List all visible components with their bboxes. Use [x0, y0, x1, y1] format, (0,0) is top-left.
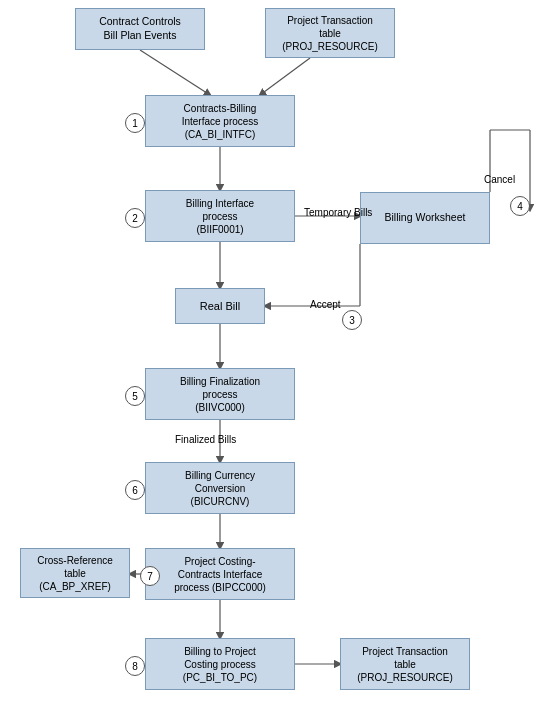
step-4-circle: 4 — [510, 196, 530, 216]
cancel-label: Cancel — [484, 174, 515, 185]
contracts-billing-box: Contracts-Billing Interface process (CA_… — [145, 95, 295, 147]
finalized-bills-label: Finalized Bills — [175, 434, 236, 445]
proj-transaction-bottom-box: Project Transaction table (PROJ_RESOURCE… — [340, 638, 470, 690]
billing-currency-box: Billing Currency Conversion (BICURCNV) — [145, 462, 295, 514]
diagram: Contract Controls Bill Plan Events Proje… — [0, 0, 550, 702]
billing-finalization-box: Billing Finalization process (BIIVC000) — [145, 368, 295, 420]
project-costing-box: Project Costing- Contracts Interface pro… — [145, 548, 295, 600]
step-5-circle: 5 — [125, 386, 145, 406]
step-6-circle: 6 — [125, 480, 145, 500]
proj-transaction-top-box: Project Transaction table (PROJ_RESOURCE… — [265, 8, 395, 58]
billing-to-project-box: Billing to Project Costing process (PC_B… — [145, 638, 295, 690]
step-2-circle: 2 — [125, 208, 145, 228]
step-3-circle: 3 — [342, 310, 362, 330]
step-7-circle: 7 — [140, 566, 160, 586]
real-bill-box: Real Bill — [175, 288, 265, 324]
billing-interface-box: Billing Interface process (BIIF0001) — [145, 190, 295, 242]
accept-label: Accept — [310, 299, 341, 310]
step-8-circle: 8 — [125, 656, 145, 676]
svg-line-1 — [260, 58, 310, 95]
billing-worksheet-box: Billing Worksheet — [360, 192, 490, 244]
contract-controls-box: Contract Controls Bill Plan Events — [75, 8, 205, 50]
temporary-bills-label: Temporary Bills — [304, 207, 372, 218]
cross-reference-box: Cross-Reference table (CA_BP_XREF) — [20, 548, 130, 598]
svg-line-0 — [140, 50, 210, 95]
step-1-circle: 1 — [125, 113, 145, 133]
